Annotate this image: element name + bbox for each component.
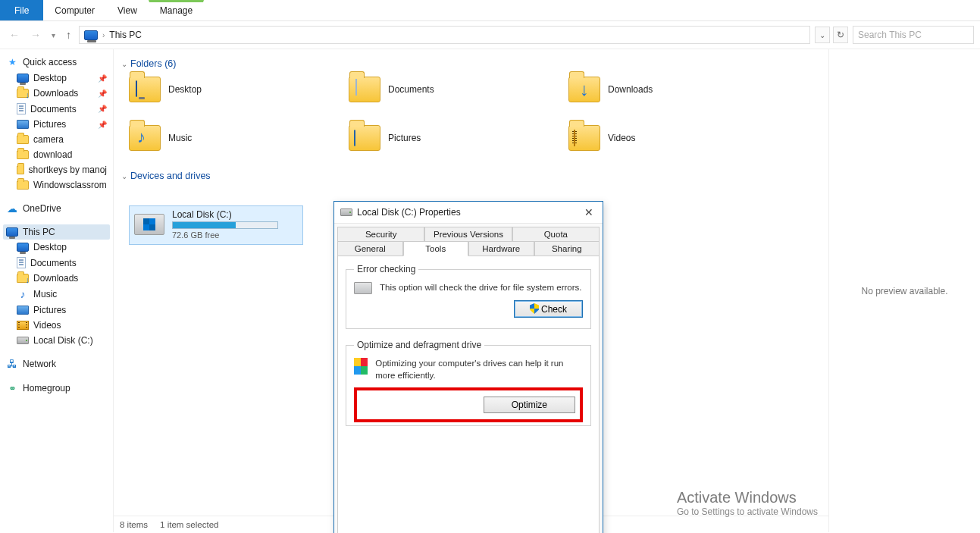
downloads-icon [17, 274, 29, 283]
nav-thispc[interactable]: This PC [3, 224, 110, 240]
nav-label: shortkeys by manoj [29, 165, 107, 175]
tab-previous-versions[interactable]: Previous Versions [424, 227, 512, 241]
drive-icon [134, 214, 164, 235]
nav-label: Downloads [33, 273, 78, 284]
nav-quick-access-label: Quick access [23, 57, 77, 67]
nav-label: Downloads [33, 88, 78, 99]
music-icon: ♪ [17, 288, 29, 300]
drive-usage-bar [172, 221, 278, 229]
nav-qa-camera[interactable]: camera [3, 132, 110, 147]
nav-label: download [33, 149, 72, 160]
tab-quota[interactable]: Quota [512, 227, 600, 241]
folder-videos[interactable]: Videos [568, 125, 743, 151]
nav-qa-downloads[interactable]: Downloads📌 [3, 86, 110, 101]
optimize-button[interactable]: Optimize [484, 397, 575, 413]
nav-homegroup[interactable]: ⚭Homegroup [3, 380, 110, 397]
folder-icon [568, 125, 600, 151]
drive-name: Local Disk (C:) [172, 209, 278, 220]
folder-icon: ♪ [129, 125, 161, 151]
ribbon-tab-computer[interactable]: Computer [43, 0, 106, 20]
group-error-checking: Error checking This option will check th… [346, 264, 591, 329]
folder-icon [17, 180, 29, 190]
dialog-title: Local Disk (C:) Properties [357, 207, 461, 218]
check-button[interactable]: Check [514, 300, 583, 318]
nav-label: Pictures [33, 119, 66, 130]
nav-recent-icon[interactable]: ▾ [49, 31, 58, 39]
tab-hardware[interactable]: Hardware [468, 241, 534, 256]
pin-icon: 📌 [98, 74, 107, 83]
nav-label: Pictures [33, 305, 66, 315]
nav-onedrive[interactable]: ☁OneDrive [3, 200, 110, 217]
drive-icon [17, 337, 29, 344]
content-pane: ⌄ Folders (6) Desktop Documents ↓Downloa… [114, 49, 828, 532]
search-input[interactable]: Search This PC [853, 26, 974, 44]
videos-icon [17, 321, 29, 330]
ribbon-tab-manage[interactable]: Manage [149, 0, 204, 20]
nav-pc-music[interactable]: ♪Music [3, 286, 110, 303]
group-label: Optimize and defragment drive [354, 340, 484, 350]
nav-qa-shortkeys[interactable]: shortkeys by manoj [3, 162, 110, 177]
folder-icon [17, 135, 29, 144]
ribbon-tab-file[interactable]: File [0, 0, 43, 20]
folder-pictures[interactable]: Pictures [349, 125, 523, 151]
folder-music[interactable]: ♪Music [129, 125, 303, 151]
optimize-highlight: Optimize [354, 387, 583, 422]
desktop-icon [17, 243, 29, 252]
nav-label: OneDrive [23, 203, 61, 214]
nav-label: Windowsclassrom [33, 180, 107, 190]
ribbon-tabs: File Computer View Manage [0, 0, 980, 21]
nav-qa-documents[interactable]: Documents📌 [3, 101, 110, 117]
nav-qa-windowsclassrom[interactable]: Windowsclassrom [3, 177, 110, 193]
section-drives[interactable]: ⌄ Devices and drives [121, 166, 821, 189]
tab-security[interactable]: Security [337, 227, 424, 241]
properties-dialog: Local Disk (C:) Properties ✕ Security Pr… [333, 201, 603, 533]
nav-quick-access[interactable]: ★ Quick access [3, 54, 110, 71]
documents-icon [17, 257, 26, 268]
addr-dropdown-icon[interactable]: ⌄ [815, 27, 830, 43]
nav-label: Documents [30, 104, 77, 114]
tab-tools[interactable]: Tools [403, 241, 469, 256]
nav-qa-desktop[interactable]: Desktop📌 [3, 71, 110, 86]
folder-label: Music [168, 133, 192, 143]
pictures-icon [17, 306, 29, 315]
close-icon[interactable]: ✕ [581, 206, 596, 218]
nav-network[interactable]: 🖧Network [3, 356, 110, 372]
folder-downloads[interactable]: ↓Downloads [568, 77, 743, 102]
tab-general[interactable]: General [337, 241, 403, 256]
chevron-right-icon: › [102, 31, 105, 39]
pin-icon: 📌 [98, 89, 107, 98]
nav-pc-documents[interactable]: Documents [3, 255, 110, 271]
watermark-sub: Go to Settings to activate Windows [677, 506, 818, 517]
nav-pc-desktop[interactable]: Desktop [3, 240, 110, 255]
nav-pc-pictures[interactable]: Pictures [3, 303, 110, 318]
nav-label: Local Disk (C:) [33, 335, 93, 346]
section-label: Folders (6) [130, 58, 176, 69]
nav-pc-videos[interactable]: Videos [3, 318, 110, 333]
pin-icon: 📌 [98, 105, 107, 113]
activate-windows-watermark: Activate Windows Go to Settings to activ… [677, 489, 818, 517]
folder-documents[interactable]: Documents [349, 77, 523, 102]
pictures-icon [17, 120, 29, 129]
tab-sharing[interactable]: Sharing [534, 241, 600, 256]
caret-down-icon: ⌄ [121, 172, 127, 180]
drive-local-c[interactable]: Local Disk (C:) 72.6 GB free [129, 205, 303, 245]
section-folders[interactable]: ⌄ Folders (6) [121, 54, 821, 77]
nav-forward-icon: → [27, 29, 44, 41]
dialog-titlebar[interactable]: Local Disk (C:) Properties ✕ [334, 202, 603, 224]
nav-qa-pictures[interactable]: Pictures📌 [3, 117, 110, 132]
nav-up-icon[interactable]: ↑ [63, 29, 74, 41]
nav-pc-downloads[interactable]: Downloads [3, 271, 110, 286]
preview-message: No preview available. [861, 286, 947, 296]
network-icon: 🖧 [6, 358, 18, 370]
watermark-title: Activate Windows [677, 489, 818, 506]
nav-label: Videos [33, 320, 61, 331]
folder-desktop[interactable]: Desktop [129, 77, 303, 102]
refresh-icon[interactable]: ↻ [833, 27, 848, 43]
nav-pc-localdisk[interactable]: Local Disk (C:) [3, 333, 110, 348]
nav-qa-download[interactable]: download [3, 147, 110, 162]
ribbon-tab-view[interactable]: View [106, 0, 149, 20]
folder-label: Desktop [168, 84, 202, 95]
breadcrumb[interactable]: › This PC [79, 26, 810, 44]
defrag-icon [354, 358, 368, 375]
nav-label: Network [23, 359, 56, 369]
